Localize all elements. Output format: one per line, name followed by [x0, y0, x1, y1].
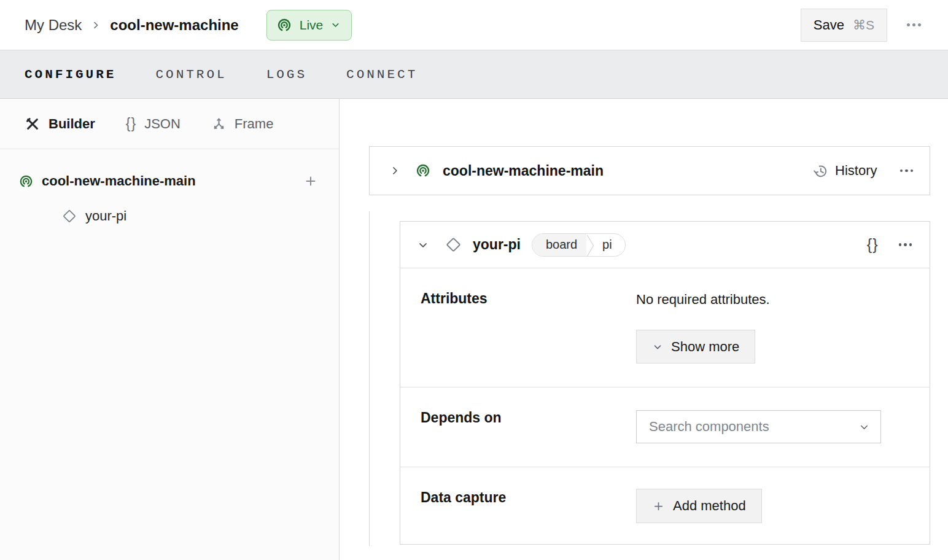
frame-axes-icon: [211, 116, 227, 131]
breadcrumb-parent-link[interactable]: My Desk: [25, 17, 82, 34]
history-clock-icon: [813, 163, 828, 179]
tree-item-your-pi[interactable]: your-pi: [0, 201, 339, 231]
depends-on-section-label: Depends on: [400, 387, 636, 467]
component-card-actions: {}: [867, 236, 912, 254]
save-button-label: Save: [814, 17, 844, 33]
part-card-menu-icon[interactable]: [900, 169, 914, 173]
attributes-section: Attributes No required attributes. Show …: [400, 268, 930, 387]
header-overflow-menu-icon[interactable]: [907, 23, 921, 26]
component-model: pi: [595, 234, 625, 256]
machine-tabbar: CONFIGURE CONTROL LOGS CONNECT: [0, 50, 948, 99]
save-shortcut-hint: ⌘S: [853, 18, 874, 33]
machine-part-icon: [415, 163, 431, 179]
save-button[interactable]: Save ⌘S: [801, 9, 887, 42]
chevron-down-icon: [858, 421, 870, 433]
tab-logs[interactable]: LOGS: [266, 68, 307, 82]
machine-part-icon: [18, 174, 34, 189]
tree-connector-line: [369, 211, 370, 546]
code-braces-icon[interactable]: {}: [867, 236, 879, 254]
mode-frame-label: Frame: [235, 116, 274, 132]
tab-control[interactable]: CONTROL: [155, 68, 227, 82]
data-capture-section: Data capture Add method: [400, 467, 930, 544]
attributes-empty-text: No required attributes.: [636, 292, 930, 308]
attributes-section-content: No required attributes. Show more: [636, 268, 930, 387]
mode-frame[interactable]: Frame: [211, 116, 274, 132]
data-capture-section-content: Add method: [636, 467, 930, 544]
machine-config-page: My Desk cool-new-machine Live Save: [0, 0, 948, 560]
history-button[interactable]: History: [813, 163, 877, 179]
mode-builder-label: Builder: [49, 116, 95, 132]
configure-sidebar: Builder {} JSON Frame: [0, 99, 340, 560]
status-badge-label: Live: [300, 18, 324, 33]
tree-item-machine-part-label: cool-new-machine-main: [42, 173, 196, 189]
add-method-button[interactable]: Add method: [636, 489, 762, 523]
configure-main-panel: cool-new-machine-main History: [340, 99, 948, 560]
add-method-button-label: Add method: [673, 498, 746, 514]
show-more-button[interactable]: Show more: [636, 330, 755, 364]
component-title: your-pi: [473, 236, 521, 253]
depends-on-search-select[interactable]: Search components: [636, 410, 881, 443]
mode-builder[interactable]: Builder: [25, 116, 95, 132]
component-tree: cool-new-machine-main your-pi: [0, 149, 339, 231]
breadcrumb: My Desk cool-new-machine: [25, 17, 239, 34]
data-capture-section-label: Data capture: [400, 467, 636, 544]
attributes-section-label: Attributes: [400, 268, 636, 387]
collapse-chevron-down-icon[interactable]: [417, 239, 429, 251]
component-diamond-icon: [445, 236, 462, 254]
live-broadcast-icon: [276, 17, 292, 33]
depends-on-search-placeholder: Search components: [649, 419, 769, 435]
chevron-down-icon: [330, 20, 341, 30]
mode-json[interactable]: {} JSON: [126, 115, 181, 132]
depends-on-section: Depends on Search components: [400, 387, 930, 467]
tree-item-your-pi-label: your-pi: [85, 208, 126, 224]
builder-tools-icon: [25, 116, 41, 132]
add-component-icon[interactable]: [303, 174, 318, 189]
component-card-your-pi: your-pi board pi {} Attributes No requi: [400, 221, 930, 545]
chevron-down-icon: [652, 341, 663, 352]
expand-chevron-right-icon[interactable]: [389, 165, 401, 177]
machine-status-badge[interactable]: Live: [266, 10, 352, 41]
page-header: My Desk cool-new-machine Live Save: [0, 0, 948, 50]
depends-on-section-content: Search components: [636, 387, 930, 467]
header-actions: Save ⌘S: [801, 9, 921, 42]
breadcrumb-machine-name: cool-new-machine: [110, 17, 238, 34]
braces-icon: {}: [126, 115, 136, 132]
tab-connect[interactable]: CONNECT: [346, 68, 418, 82]
machine-part-card: cool-new-machine-main History: [369, 146, 930, 195]
tree-item-machine-part[interactable]: cool-new-machine-main: [0, 165, 339, 197]
component-diamond-icon: [61, 208, 77, 224]
mode-json-label: JSON: [144, 116, 181, 132]
component-type: board: [532, 234, 586, 256]
component-card-header: your-pi board pi {}: [400, 222, 930, 268]
plus-icon: [652, 500, 665, 513]
tab-configure[interactable]: CONFIGURE: [25, 68, 116, 82]
machine-part-title: cool-new-machine-main: [443, 163, 604, 179]
chevron-right-icon: [91, 20, 101, 30]
pill-chevron-divider: [586, 234, 595, 256]
component-type-pill: board pi: [532, 233, 626, 257]
component-card-menu-icon[interactable]: [899, 243, 912, 246]
history-button-label: History: [835, 163, 877, 179]
show-more-button-label: Show more: [671, 339, 739, 355]
view-mode-switcher: Builder {} JSON Frame: [0, 99, 339, 149]
